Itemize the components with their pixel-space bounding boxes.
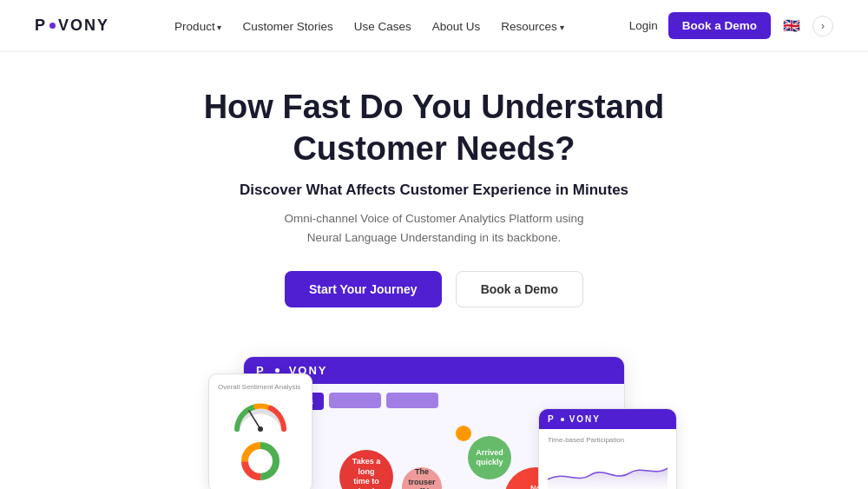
brand-logo[interactable]: P VONY	[35, 17, 109, 35]
nav-item-customer-stories[interactable]: Customer Stories	[242, 18, 332, 34]
dashboard-logo-dot	[275, 368, 279, 373]
svg-point-1	[258, 426, 263, 432]
donut-chart	[239, 439, 282, 483]
bubble-takes-long: Takes a longtime to load	[339, 450, 393, 489]
book-demo-button[interactable]: Book a Demo	[668, 12, 771, 39]
time-card-logo: P	[548, 414, 556, 424]
sentiment-card: Overall Sentiment Analysis	[208, 373, 312, 489]
logo-text: P	[35, 17, 47, 35]
time-card-title: Time-based Participation	[548, 436, 667, 444]
nav-links: Product Customer Stories Use Cases About…	[174, 18, 563, 34]
hero-buttons: Start Your Journey Book a Demo	[17, 271, 851, 307]
time-card-logo-dot	[561, 418, 564, 421]
wave-chart-svg	[548, 449, 667, 489]
time-card-logo-2: VONY	[569, 414, 601, 424]
nav-right: Login Book a Demo 🇬🇧 ›	[629, 12, 833, 39]
nav-item-product[interactable]: Product	[174, 18, 221, 34]
dashboard-preview: P VONY AI Patterns Positive	[0, 356, 868, 489]
gauge-chart	[230, 398, 291, 433]
time-participation-card: P VONY Time-based Participation	[538, 408, 677, 489]
hero-title: How Fast Do You Understand Customer Need…	[17, 87, 851, 169]
tab-inactive-2[interactable]	[386, 393, 438, 408]
language-flag[interactable]: 🇬🇧	[781, 19, 802, 33]
hero-subtitle: Discover What Affects Customer Experienc…	[17, 182, 851, 199]
navbar: P VONY Product Customer Stories Use Case…	[0, 0, 868, 52]
login-link[interactable]: Login	[629, 19, 658, 32]
bubble-trouser: The trousercuff is wide	[402, 467, 442, 489]
nav-item-resources[interactable]: Resources	[501, 18, 563, 34]
bubble-small-orange	[456, 426, 471, 441]
bubble-arrived: Arrivedquickly	[468, 436, 511, 479]
sentiment-title: Overall Sentiment Analysis	[218, 383, 303, 391]
logo-text-2: VONY	[58, 17, 109, 35]
hero-section: How Fast Do You Understand Customer Need…	[0, 52, 868, 356]
book-demo-hero-button[interactable]: Book a Demo	[456, 271, 583, 307]
hero-description: Omni-channel Voice of Customer Analytics…	[269, 209, 599, 247]
start-journey-button[interactable]: Start Your Journey	[285, 271, 442, 307]
nav-item-use-cases[interactable]: Use Cases	[354, 18, 411, 34]
gauge-svg	[230, 398, 291, 433]
tab-inactive-1[interactable]	[329, 393, 381, 408]
logo-dot	[49, 23, 56, 29]
nav-next-button[interactable]: ›	[812, 16, 833, 36]
nav-item-about-us[interactable]: About Us	[432, 18, 481, 34]
time-card-header: P VONY	[539, 409, 676, 429]
